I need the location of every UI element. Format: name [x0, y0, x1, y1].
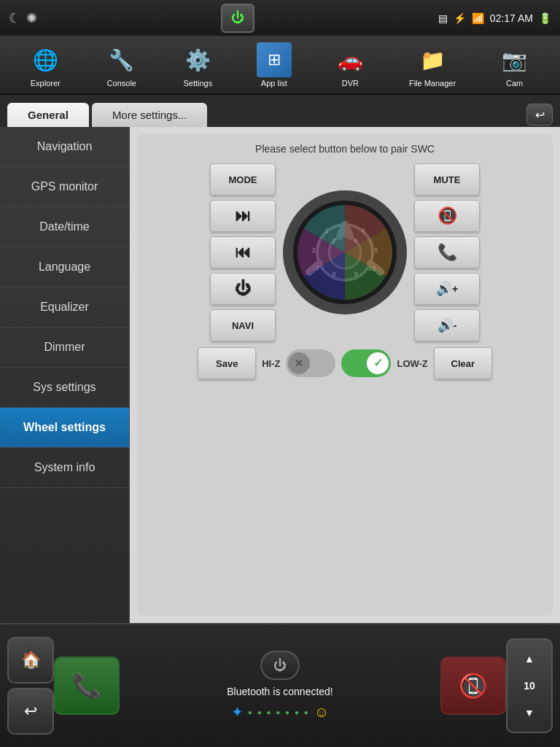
- hang-up-button[interactable]: 📵: [414, 200, 480, 232]
- back-nav-button[interactable]: ↩: [7, 688, 54, 735]
- next-track-button[interactable]: ⏭: [210, 200, 276, 232]
- app-dvr-label: DVR: [342, 79, 359, 88]
- tab-bar: General More settings... ↩: [0, 95, 560, 127]
- settings-app-icon: ⚙️: [180, 42, 215, 77]
- sidebar-item-language[interactable]: Language: [0, 247, 129, 287]
- swc-bottom-row: Save HI-Z LOW-Z Clear: [146, 347, 544, 379]
- phone-answer-button[interactable]: 📞: [54, 657, 120, 715]
- bt-icons-row: ✦ ● ● ● ● ● ● ● ☺: [231, 703, 329, 721]
- smiley-icon: ☺: [314, 704, 329, 721]
- navi-button[interactable]: NAVI: [210, 309, 276, 341]
- battery-icon: 🔋: [539, 12, 551, 24]
- filemanager-icon: 📁: [415, 42, 450, 77]
- vol-down-button[interactable]: 🔊-: [414, 309, 480, 341]
- app-dvr[interactable]: 🚗 DVR: [332, 42, 368, 88]
- back-button[interactable]: ↩: [526, 104, 553, 125]
- bt-connection-dots: ● ● ● ● ● ● ●: [248, 708, 310, 716]
- save-button[interactable]: Save: [198, 347, 256, 379]
- low-z-label: LOW-Z: [397, 358, 427, 369]
- mute-button[interactable]: MUTE: [414, 163, 480, 196]
- wifi-icon: 📶: [472, 12, 484, 24]
- app-settings[interactable]: ⚙️ Settings: [180, 42, 215, 88]
- volume-up-arrow[interactable]: ▲: [524, 653, 534, 665]
- app-explorer-label: Explorer: [31, 79, 61, 88]
- status-left: ☾ ✺: [9, 10, 37, 26]
- low-z-toggle[interactable]: [341, 349, 391, 377]
- power-button[interactable]: ⏻: [221, 4, 254, 33]
- bluetooth-status: Bluetooth is connected!: [227, 686, 333, 697]
- app-filemanager-label: File Manager: [409, 79, 456, 88]
- steering-wheel: 1 4 3 2 5 6 7 8 9 10: [283, 190, 407, 314]
- sidebar-item-wheel-settings[interactable]: Wheel settings: [0, 408, 129, 448]
- sidebar-item-system-info[interactable]: System info: [0, 448, 129, 488]
- applist-icon: ⊞: [257, 42, 292, 77]
- clear-button[interactable]: Clear: [434, 347, 492, 379]
- mode-button[interactable]: MODE: [210, 163, 276, 196]
- volume-down-arrow[interactable]: ▼: [524, 707, 534, 719]
- sd-icon: ▤: [438, 12, 448, 24]
- bottom-bar: 🏠 ↩ 📞 ⏻ Bluetooth is connected! ✦ ● ● ● …: [0, 623, 560, 747]
- phone-button[interactable]: 📞: [414, 236, 480, 268]
- sidebar-item-equalizer[interactable]: Equalizer: [0, 287, 129, 328]
- app-applist-label: App list: [261, 79, 287, 88]
- clock: 02:17 AM: [490, 12, 533, 24]
- console-icon: 🔧: [104, 42, 139, 77]
- volume-control[interactable]: ▲ 10 ▼: [506, 638, 553, 733]
- app-settings-label: Settings: [183, 79, 212, 88]
- swc-instruction: Please select button below to pair SWC: [255, 143, 435, 155]
- app-console[interactable]: 🔧 Console: [104, 42, 139, 88]
- app-explorer[interactable]: 🌐 Explorer: [28, 42, 63, 88]
- cam-icon: 📷: [497, 42, 532, 77]
- settings-panel: Please select button below to pair SWC M…: [130, 127, 560, 623]
- app-console-label: Console: [107, 79, 136, 88]
- volume-number: 10: [524, 680, 535, 692]
- explorer-icon: 🌐: [28, 42, 63, 77]
- bluetooth-icon: ⚡: [454, 12, 466, 24]
- bottom-left: 🏠 ↩: [7, 637, 54, 735]
- sidebar-item-navigation[interactable]: Navigation: [0, 127, 129, 167]
- right-button-column: MUTE 📵 📞 🔊+ 🔊-: [414, 163, 480, 341]
- swc-layout: MODE ⏭ ⏮ ⏻ NAVI: [146, 163, 544, 341]
- app-bar: 🌐 Explorer 🔧 Console ⚙️ Settings ⊞ App l…: [0, 36, 560, 95]
- bluetooth-symbol: ✦: [231, 703, 244, 721]
- status-bar: ☾ ✺ ⏻ ▤ ⚡ 📶 02:17 AM 🔋: [0, 0, 560, 36]
- tab-more-settings[interactable]: More settings...: [92, 103, 208, 127]
- app-filemanager[interactable]: 📁 File Manager: [409, 42, 456, 88]
- vol-up-button[interactable]: 🔊+: [414, 273, 480, 305]
- power-center-button[interactable]: ⏻: [260, 651, 300, 680]
- app-cam-label: Cam: [506, 79, 523, 88]
- home-button[interactable]: 🏠: [7, 637, 54, 684]
- tab-general[interactable]: General: [7, 103, 89, 127]
- sidebar-item-date-time[interactable]: Date/time: [0, 207, 129, 247]
- main-content: Navigation GPS monitor Date/time Languag…: [0, 127, 560, 623]
- moon-icon: ☾: [9, 10, 20, 26]
- dvr-icon: 🚗: [332, 42, 368, 77]
- hi-z-label: HI-Z: [262, 358, 280, 369]
- prev-track-button[interactable]: ⏮: [210, 236, 276, 268]
- swc-container: Please select button below to pair SWC M…: [137, 134, 553, 616]
- left-button-column: MODE ⏭ ⏮ ⏻ NAVI: [210, 163, 276, 341]
- sidebar-item-gps-monitor[interactable]: GPS monitor: [0, 167, 129, 207]
- sidebar: Navigation GPS monitor Date/time Languag…: [0, 127, 130, 623]
- hi-z-toggle[interactable]: [286, 349, 335, 377]
- settings-icon: ✺: [26, 10, 37, 26]
- app-cam[interactable]: 📷 Cam: [497, 42, 532, 88]
- sidebar-item-sys-settings[interactable]: Sys settings: [0, 368, 129, 408]
- sidebar-item-dimmer[interactable]: Dimmer: [0, 328, 129, 368]
- power-swc-button[interactable]: ⏻: [210, 273, 276, 305]
- status-right: ▤ ⚡ 📶 02:17 AM 🔋: [438, 12, 551, 24]
- app-applist[interactable]: ⊞ App list: [257, 42, 292, 88]
- phone-hang-button[interactable]: 📵: [440, 657, 506, 715]
- center-info: ⏻ Bluetooth is connected! ✦ ● ● ● ● ● ● …: [120, 651, 440, 721]
